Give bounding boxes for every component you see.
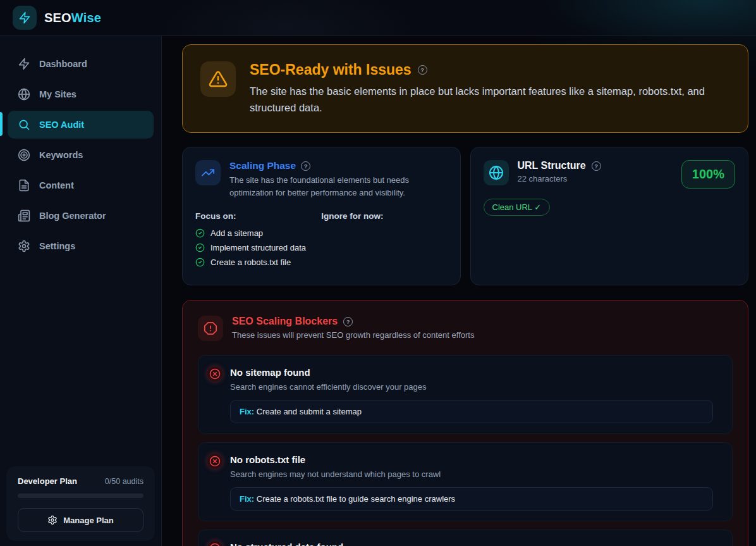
sidebar-item-seo-audit[interactable]: SEO Audit: [8, 111, 154, 139]
banner-text: SEO-Ready with Issues ? The site has the…: [250, 61, 730, 116]
phase-description: The site has the foundational elements b…: [229, 174, 448, 199]
app-logo: [13, 6, 37, 30]
sidebar: Dashboard My Sites SEO Audit Keywords: [0, 36, 162, 546]
url-structure-card: URL Structure ? 22 characters 100% Clean…: [470, 147, 749, 285]
ignore-column: Ignore for now:: [321, 211, 447, 272]
url-card-subtitle: 22 characters: [518, 174, 601, 183]
sidebar-item-label: Keywords: [39, 150, 83, 160]
x-circle-icon: [207, 541, 223, 546]
target-icon: [18, 149, 30, 161]
main-content: SEO-Ready with Issues ? The site has the…: [162, 36, 756, 546]
plan-progress-track: [18, 493, 143, 498]
status-banner: SEO-Ready with Issues ? The site has the…: [182, 44, 748, 133]
check-circle-icon: [195, 228, 205, 238]
issue-fix-box: Fix: Create a robots.txt file to guide s…: [230, 487, 713, 511]
search-icon: [18, 118, 30, 131]
issue-description: Search engines cannot efficiently discov…: [230, 382, 721, 392]
sidebar-item-label: Blog Generator: [39, 211, 106, 221]
fix-label: Fix:: [240, 494, 254, 504]
sidebar-item-dashboard[interactable]: Dashboard: [8, 50, 154, 78]
newspaper-icon: [18, 209, 30, 222]
url-score-badge: 100%: [681, 160, 735, 189]
octagon-alert-icon: [204, 321, 217, 335]
sidebar-item-label: Content: [39, 180, 74, 190]
plan-box: Developer Plan 0/50 audits Manage Plan: [6, 466, 155, 541]
issue-title: No robots.txt file: [230, 454, 721, 465]
issue-description: Search engines may not understand which …: [230, 469, 721, 479]
seo-blockers-section: SEO Scaling Blockers ? These issues will…: [182, 300, 748, 546]
blockers-subtitle: These issues will prevent SEO growth reg…: [232, 330, 474, 340]
issue-title: No structured data found: [230, 542, 721, 546]
issue-card-sitemap: No sitemap found Search engines cannot e…: [198, 355, 733, 434]
scaling-phase-card: Scaling Phase ? The site has the foundat…: [182, 147, 461, 285]
url-card-title: URL Structure: [518, 160, 586, 171]
sidebar-item-my-sites[interactable]: My Sites: [8, 80, 154, 108]
sidebar-item-content[interactable]: Content: [8, 171, 154, 199]
zap-icon: [18, 11, 31, 24]
focus-label: Focus on:: [195, 211, 321, 221]
focus-item-label: Implement structured data: [210, 243, 306, 252]
ignore-label: Ignore for now:: [321, 211, 447, 221]
help-icon[interactable]: ?: [301, 161, 310, 171]
globe-icon: [489, 165, 504, 180]
sidebar-item-label: Settings: [39, 241, 75, 251]
fix-text: Create and submit a sitemap: [257, 407, 362, 416]
sidebar-item-blog-generator[interactable]: Blog Generator: [8, 202, 154, 230]
help-icon[interactable]: ?: [592, 161, 601, 171]
zap-icon: [18, 58, 30, 70]
focus-column: Focus on: Add a sitemap Implement struc: [195, 211, 321, 272]
trending-up-icon: [201, 166, 215, 180]
focus-item: Add a sitemap: [195, 228, 321, 238]
focus-item-label: Add a sitemap: [210, 228, 263, 238]
sidebar-item-keywords[interactable]: Keywords: [8, 141, 154, 169]
issue-title: No sitemap found: [230, 367, 721, 378]
focus-item: Implement structured data: [195, 243, 321, 252]
sidebar-item-label: SEO Audit: [39, 120, 84, 130]
top-bar: SEOWise: [0, 0, 756, 36]
issue-list: No sitemap found Search engines cannot e…: [198, 355, 733, 546]
check-circle-icon: [195, 243, 205, 252]
fix-text: Create a robots.txt file to guide search…: [257, 494, 455, 504]
gear-icon: [47, 515, 58, 525]
help-icon[interactable]: ?: [343, 317, 353, 326]
blockers-title: SEO Scaling Blockers: [232, 316, 338, 327]
gear-icon: [18, 240, 30, 252]
brand-name: SEOWise: [44, 11, 101, 25]
check-circle-icon: [195, 257, 205, 267]
issue-fix-box: Fix: Create and submit a sitemap: [230, 400, 713, 423]
manage-plan-button[interactable]: Manage Plan: [18, 508, 143, 532]
fix-label: Fix:: [240, 407, 254, 416]
banner-description: The site has the basic elements in place…: [250, 84, 730, 116]
sidebar-item-settings[interactable]: Settings: [8, 232, 154, 260]
phase-title: Scaling Phase: [229, 160, 296, 171]
globe-icon: [18, 88, 30, 101]
brand-name-primary: SEO: [44, 11, 71, 25]
help-icon[interactable]: ?: [418, 65, 427, 75]
brand-name-secondary: Wise: [71, 11, 101, 25]
url-icon-box: [484, 160, 509, 185]
sidebar-item-label: My Sites: [39, 89, 76, 99]
phase-icon-box: [195, 160, 221, 185]
x-circle-icon: [207, 366, 223, 382]
warning-icon-box: [200, 61, 236, 97]
plan-usage: 0/50 audits: [105, 477, 143, 486]
file-text-icon: [18, 179, 30, 192]
focus-item: Create a robots.txt file: [195, 257, 321, 267]
active-nav-indicator: [0, 112, 3, 136]
manage-plan-label: Manage Plan: [63, 516, 113, 525]
issue-card-structured-data: No structured data found Lack of rich sn…: [198, 530, 733, 546]
sidebar-nav: Dashboard My Sites SEO Audit Keywords: [0, 50, 161, 260]
focus-item-label: Create a robots.txt file: [210, 257, 291, 267]
summary-cards-row: Scaling Phase ? The site has the foundat…: [182, 147, 748, 285]
plan-name: Developer Plan: [18, 476, 77, 486]
sidebar-item-label: Dashboard: [39, 59, 87, 69]
issue-card-robots: No robots.txt file Search engines may no…: [198, 442, 733, 521]
x-circle-icon: [207, 454, 223, 469]
blocker-icon-box: [198, 316, 223, 341]
alert-triangle-icon: [209, 70, 228, 89]
clean-url-badge: Clean URL ✓: [484, 199, 551, 216]
banner-title: SEO-Ready with Issues: [250, 61, 412, 78]
